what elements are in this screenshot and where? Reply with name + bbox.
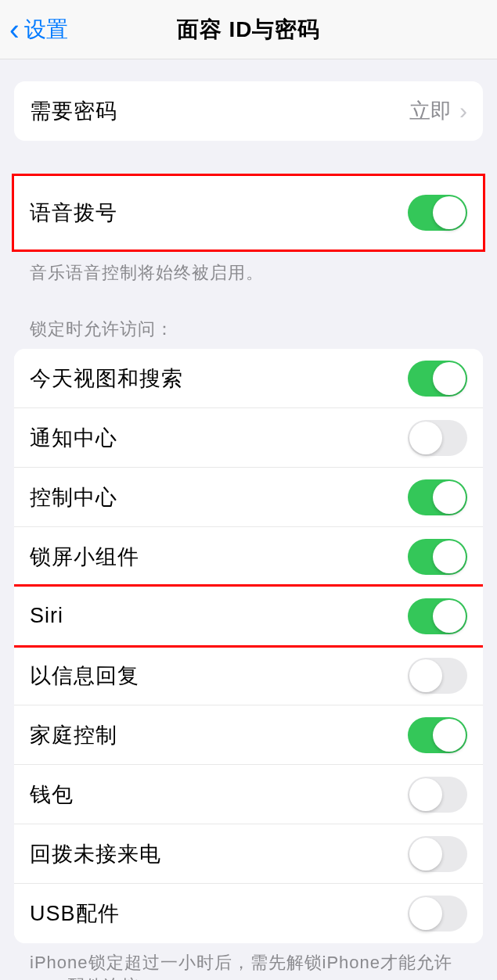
lock-access-row: 回拨未接来电	[14, 824, 483, 884]
voice-dial-highlight: 语音拨号	[12, 174, 485, 252]
back-label: 设置	[24, 15, 68, 45]
lock-access-header: 锁定时允许访问：	[14, 318, 483, 349]
chevron-left-icon: ‹	[9, 15, 20, 45]
toggle-knob	[409, 778, 442, 811]
lock-access-label: 通知中心	[30, 424, 117, 452]
lock-access-row: 今天视图和搜索	[14, 349, 483, 408]
voice-dial-footer: 音乐语音控制将始终被启用。	[14, 252, 483, 285]
lock-access-label: 家庭控制	[30, 721, 117, 749]
lock-access-toggle[interactable]	[408, 539, 467, 575]
lock-access-row: 以信息回复	[14, 646, 483, 705]
lock-access-label: 今天视图和搜索	[30, 364, 183, 393]
voice-dial-row: 语音拨号	[14, 176, 483, 249]
toggle-knob	[409, 838, 442, 871]
voice-dial-group: 语音拨号	[14, 176, 483, 249]
lock-access-label: 锁屏小组件	[30, 543, 139, 571]
lock-access-toggle[interactable]	[408, 361, 467, 397]
lock-access-label: 控制中心	[30, 483, 117, 512]
lock-access-toggle[interactable]	[408, 420, 467, 456]
lock-access-footer: iPhone锁定超过一小时后，需先解锁iPhone才能允许USB配件连接。	[14, 943, 483, 980]
lock-access-toggle[interactable]	[408, 717, 467, 753]
toggle-knob	[433, 362, 466, 395]
toggle-knob	[409, 659, 442, 692]
toggle-knob	[409, 422, 442, 454]
lock-access-row: USB配件	[14, 884, 483, 943]
toggle-knob	[409, 897, 442, 930]
voice-dial-label: 语音拨号	[30, 199, 117, 227]
lock-access-toggle[interactable]	[408, 479, 467, 515]
lock-access-row: 锁屏小组件	[14, 527, 483, 587]
lock-access-toggle[interactable]	[408, 896, 467, 932]
back-button[interactable]: ‹ 设置	[0, 15, 68, 45]
lock-access-row: Siri	[14, 587, 483, 646]
lock-access-group: 今天视图和搜索通知中心控制中心锁屏小组件Siri以信息回复家庭控制钱包回拨未接来…	[14, 349, 483, 943]
lock-access-row: 控制中心	[14, 468, 483, 527]
lock-access-row: 通知中心	[14, 408, 483, 468]
toggle-knob	[433, 719, 466, 752]
lock-access-label: 以信息回复	[30, 662, 139, 690]
lock-access-label: 钱包	[30, 781, 74, 809]
lock-access-toggle[interactable]	[408, 658, 467, 694]
lock-access-row: 家庭控制	[14, 705, 483, 765]
toggle-knob	[433, 600, 466, 633]
require-passcode-value: 立即 ›	[409, 97, 467, 125]
toggle-knob	[433, 196, 466, 229]
lock-access-label: 回拨未接来电	[30, 840, 161, 868]
lock-access-toggle[interactable]	[408, 598, 467, 634]
chevron-right-icon: ›	[459, 98, 467, 124]
toggle-knob	[433, 481, 466, 514]
content-area: 需要密码 立即 › 语音拨号 音乐语音控制将始终被启用。 锁定时允许访问： 今天…	[0, 59, 497, 980]
passcode-group: 需要密码 立即 ›	[14, 81, 483, 141]
require-passcode-row[interactable]: 需要密码 立即 ›	[14, 81, 483, 141]
lock-access-label: Siri	[30, 604, 63, 628]
require-passcode-label: 需要密码	[30, 97, 117, 125]
lock-access-label: USB配件	[30, 899, 120, 928]
voice-dial-toggle[interactable]	[408, 195, 467, 231]
toggle-knob	[433, 540, 466, 573]
navigation-bar: ‹ 设置 面容 ID与密码	[0, 0, 497, 59]
lock-access-row: 钱包	[14, 765, 483, 824]
lock-access-toggle[interactable]	[408, 777, 467, 813]
page-title: 面容 ID与密码	[177, 15, 321, 45]
lock-access-toggle[interactable]	[408, 836, 467, 872]
